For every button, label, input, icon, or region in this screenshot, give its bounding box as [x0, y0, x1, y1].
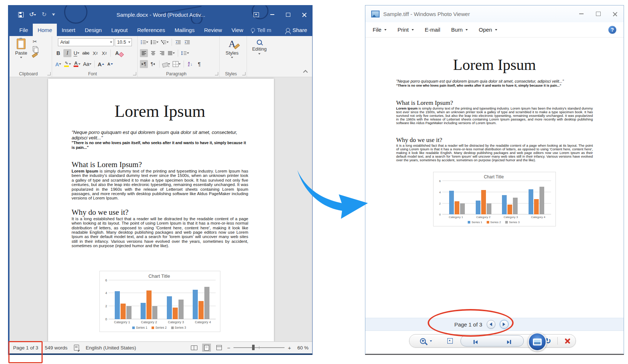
tab-home[interactable]: Home — [33, 24, 57, 36]
menu-burn[interactable]: Burn — [451, 27, 468, 33]
zoom-slider-thumb[interactable] — [252, 345, 255, 350]
change-case-button[interactable]: Aa — [82, 60, 92, 68]
zoom-slider[interactable] — [233, 347, 284, 348]
line-spacing-button[interactable] — [180, 49, 190, 57]
previous-image-button[interactable] — [469, 336, 482, 348]
paste-label: Paste — [15, 50, 27, 56]
font-dialog-launcher[interactable] — [133, 72, 136, 75]
tell-me-box[interactable]: Tell m — [248, 24, 274, 36]
show-hide-pilcrow-button[interactable]: ¶ — [195, 60, 203, 68]
justify-button[interactable] — [167, 49, 176, 57]
save-icon[interactable] — [18, 12, 24, 17]
styles-button[interactable]: A Styles — [222, 37, 242, 71]
bullets-button[interactable] — [140, 38, 149, 46]
menu-file[interactable]: File — [373, 27, 386, 33]
menu-print[interactable]: Print — [397, 27, 414, 33]
decrease-indent-button[interactable] — [174, 38, 182, 46]
paste-button[interactable]: Paste — [12, 37, 31, 71]
highlight-button[interactable]: ✎ — [63, 60, 72, 68]
align-left-button[interactable] — [140, 49, 148, 57]
zoom-out-button[interactable]: − — [227, 345, 230, 351]
tab-view[interactable]: View — [227, 24, 248, 36]
zoom-in-button[interactable]: + — [288, 345, 291, 351]
align-center-button[interactable] — [149, 49, 157, 57]
chart-legend: Series 1Series 2Series 3 — [436, 219, 552, 225]
zoom-tool-button[interactable] — [417, 335, 428, 347]
bold-button[interactable]: B — [54, 49, 62, 57]
chart-bar — [152, 306, 157, 319]
redo-icon[interactable]: ↻ — [42, 12, 46, 17]
text-effects-button[interactable]: A — [54, 60, 62, 68]
language-indicator[interactable]: English (United States) — [86, 345, 136, 351]
strikethrough-button[interactable]: abc — [82, 49, 90, 57]
play-slideshow-button[interactable] — [528, 332, 547, 351]
menu-open[interactable]: Open — [479, 27, 497, 33]
maximize-button[interactable] — [280, 5, 296, 24]
font-color-button[interactable]: A — [73, 60, 81, 68]
customize-caret-icon — [52, 14, 55, 16]
paragraph-dialog-launcher[interactable] — [215, 72, 218, 75]
italic-button[interactable]: I — [63, 49, 71, 57]
word-count[interactable]: 549 words — [45, 345, 67, 351]
font-name-combobox[interactable]: Arial — [58, 38, 114, 46]
share-button[interactable]: Share — [281, 24, 312, 36]
menu-burn-caret — [466, 29, 468, 31]
close-button[interactable] — [612, 11, 618, 17]
next-image-button[interactable] — [502, 336, 515, 348]
collapse-ribbon-button[interactable] — [303, 70, 308, 75]
shrink-font-button[interactable]: A — [106, 60, 114, 68]
format-painter-icon[interactable] — [32, 52, 38, 58]
maximize-button[interactable] — [595, 11, 601, 17]
tab-design[interactable]: Design — [80, 24, 107, 36]
tab-mailings[interactable]: Mailings — [170, 24, 199, 36]
close-button[interactable] — [296, 5, 312, 24]
rtl-text-direction-button[interactable]: ¶ — [149, 60, 157, 68]
tab-layout[interactable]: Layout — [106, 24, 132, 36]
minimize-button[interactable] — [264, 5, 280, 24]
ribbon-display-options-button[interactable] — [248, 5, 264, 24]
customize-qat-button[interactable] — [52, 13, 55, 16]
shading-button[interactable] — [162, 60, 171, 68]
minimize-button[interactable] — [578, 11, 584, 17]
subscript-button[interactable]: X2 — [91, 49, 99, 57]
menu-email[interactable]: E-mail — [425, 27, 440, 33]
divider — [178, 50, 178, 57]
print-layout-button[interactable] — [202, 344, 211, 352]
zoom-percentage[interactable]: 60 % — [295, 345, 309, 351]
superscript-button[interactable]: X2 — [100, 49, 108, 57]
copy-icon[interactable] — [33, 46, 37, 51]
grow-font-button[interactable]: A — [97, 60, 105, 68]
clear-formatting-button[interactable]: A — [113, 49, 121, 57]
read-mode-button[interactable] — [190, 344, 199, 352]
font-size-combobox[interactable]: 10.5 — [115, 38, 132, 46]
shrink-font-arrow — [111, 63, 113, 65]
tab-file[interactable]: File — [15, 24, 33, 36]
borders-button[interactable] — [172, 60, 181, 68]
ltr-text-direction-button[interactable]: ¶ — [140, 60, 148, 68]
cut-icon[interactable]: ✂ — [33, 39, 37, 44]
undo-button[interactable]: ↺ — [29, 11, 36, 18]
highlight-caret — [69, 63, 71, 65]
delete-button[interactable] — [562, 335, 573, 347]
ltr-pilcrow: ¶ — [144, 62, 146, 67]
chart-bar — [449, 191, 454, 215]
clipboard-dialog-launcher[interactable] — [47, 72, 51, 75]
zoom-dropdown[interactable] — [428, 335, 433, 347]
increase-indent-button[interactable] — [183, 38, 191, 46]
proofing-errors-icon[interactable] — [74, 345, 79, 351]
styles-dialog-launcher[interactable] — [242, 72, 246, 75]
web-layout-button[interactable] — [215, 344, 223, 352]
align-right-button[interactable] — [158, 49, 166, 57]
actual-size-button[interactable] — [444, 335, 455, 347]
sort-button[interactable]: AZ↓ — [186, 60, 194, 68]
tab-insert[interactable]: Insert — [57, 24, 80, 36]
editing-button[interactable]: Editing — [249, 37, 270, 71]
tab-references[interactable]: References — [132, 24, 170, 36]
numbering-button[interactable] — [150, 38, 159, 46]
multilevel-list-button[interactable] — [160, 38, 169, 46]
photo-viewer-window: Sample.tiff - Windows Photo Viewer File … — [365, 5, 624, 355]
help-button[interactable]: ? — [608, 26, 616, 34]
underline-button[interactable]: U — [72, 49, 81, 57]
document-page[interactable]: Lorem Ipsum "Neque porro quisquam est qu… — [48, 79, 274, 341]
tab-review[interactable]: Review — [199, 24, 227, 36]
